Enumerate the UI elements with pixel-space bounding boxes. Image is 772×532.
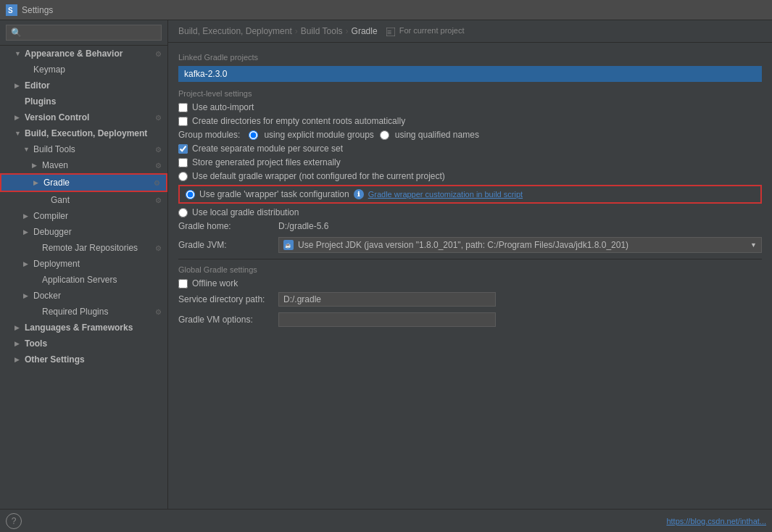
build-tools-badge: ⚙ [155,146,162,154]
help-button[interactable]: ? [6,513,22,529]
search-input[interactable] [6,25,162,41]
sidebar-item-deployment[interactable]: ▶ Deployment [0,256,167,272]
sidebar-item-other-settings[interactable]: ▶ Other Settings [0,352,167,367]
sidebar-item-keymap[interactable]: Keymap [0,62,167,78]
sidebar: ▼ Appearance & Behavior ⚙ Keymap ▶ Edito… [0,20,168,509]
gradle-default-wrapper-row: Use default gradle wrapper (not configur… [178,171,762,181]
create-separate-row: Create separate module per source set [178,144,762,154]
offline-work-row: Offline work [178,278,762,288]
sidebar-item-label: Version Control [25,112,89,122]
sidebar-item-label: Compiler [33,211,68,221]
sidebar-item-docker[interactable]: ▶ Docker [0,288,167,304]
breadcrumb-part1: Build, Execution, Deployment [178,26,292,36]
jdk-icon: ☕ [283,240,294,250]
arrow-icon: ▶ [23,228,30,236]
sidebar-item-required-plugins[interactable]: Required Plugins ⚙ [0,304,167,320]
breadcrumb-tag: ☰ For current project [386,26,465,36]
sidebar-item-tools[interactable]: ▶ Tools [0,336,167,352]
sidebar-item-label: Maven [42,160,68,170]
group-modules-explicit-label: using explicit module groups [264,130,373,140]
breadcrumb: Build, Execution, Deployment › Build Too… [168,20,772,43]
gant-badge: ⚙ [155,196,162,204]
gradle-local-radio[interactable] [178,208,188,217]
gradle-wrapper-link[interactable]: Gradle wrapper customization in build sc… [368,190,523,199]
svg-text:☕: ☕ [285,242,291,249]
group-modules-row: Group modules: using explicit module gro… [178,130,762,140]
sidebar-item-app-servers[interactable]: Application Servers [0,272,167,288]
sidebar-item-debugger[interactable]: ▶ Debugger [0,224,167,240]
service-dir-input[interactable] [278,292,496,307]
sidebar-item-label: Deployment [33,259,80,269]
sidebar-item-label: Appearance & Behavior [25,49,123,59]
gradle-home-row: Gradle home: D:/gradle-5.6 [178,221,762,231]
sidebar-item-remote-jar[interactable]: Remote Jar Repositories ⚙ [0,240,167,256]
gradle-wrapper-task-row: Use gradle 'wrapper' task configuration … [178,185,762,204]
sidebar-item-maven[interactable]: ▶ Maven ⚙ [0,157,167,173]
group-modules-explicit-radio[interactable] [249,130,258,140]
arrow-icon: ▼ [23,146,30,153]
gradle-default-wrapper-label: Use default gradle wrapper (not configur… [192,171,445,181]
sidebar-item-editor[interactable]: ▶ Editor [0,78,167,93]
group-modules-qualified-radio[interactable] [380,130,389,140]
gradle-jvm-dropdown[interactable]: ☕ Use Project JDK (java version "1.8.0_2… [278,237,762,253]
service-dir-row: Service directory path: [178,292,762,307]
sidebar-item-version-control[interactable]: ▶ Version Control ⚙ [0,109,167,125]
settings-content: Linked Gradle projects kafka-2.3.0 Proje… [168,43,772,340]
vcs-badge: ⚙ [155,114,162,122]
search-box[interactable] [0,20,167,46]
sidebar-item-build-tools[interactable]: ▼ Build Tools ⚙ [0,141,167,157]
breadcrumb-current: Gradle [352,26,378,36]
create-dirs-checkbox[interactable] [178,117,188,126]
sidebar-item-label: Tools [25,338,47,349]
breadcrumb-sep2: › [346,26,349,36]
gradle-wrapper-task-radio[interactable] [186,190,195,199]
app-icon: S [6,4,17,16]
arrow-icon: ▼ [14,50,22,57]
arrow-icon: ▶ [14,114,22,121]
content-area: Build, Execution, Deployment › Build Too… [168,20,772,509]
linked-projects-list: kafka-2.3.0 [178,66,762,82]
gradle-jvm-value: Use Project JDK (java version "1.8.0_201… [298,240,628,250]
sidebar-item-build-execution[interactable]: ▼ Build, Execution, Deployment [0,125,167,141]
gradle-default-wrapper-radio[interactable] [178,172,188,181]
sidebar-item-languages[interactable]: ▶ Languages & Frameworks [0,320,167,336]
auto-import-checkbox[interactable] [178,103,188,112]
store-generated-checkbox[interactable] [178,158,188,167]
gradle-vm-label: Gradle VM options: [178,315,273,325]
gradle-vm-input[interactable] [278,312,496,327]
sidebar-item-compiler[interactable]: ▶ Compiler [0,208,167,224]
info-icon[interactable]: ℹ [354,189,364,199]
window-title: Settings [22,5,53,15]
sidebar-item-plugins[interactable]: Plugins [0,93,167,109]
sidebar-item-appearance[interactable]: ▼ Appearance & Behavior ⚙ [0,46,167,62]
sidebar-item-label: Plugins [25,96,56,107]
sidebar-item-label: Build, Execution, Deployment [25,128,147,138]
sidebar-item-label: Gradle [43,178,70,188]
arrow-icon: ▶ [14,340,22,347]
arrow-icon: ▶ [23,212,30,220]
gradle-local-row: Use local gradle distribution [178,207,762,217]
main-layout: ▼ Appearance & Behavior ⚙ Keymap ▶ Edito… [0,20,772,509]
url-bar[interactable]: https://blog.csdn.net/inthat... [666,517,766,525]
remote-jar-badge: ⚙ [155,244,162,252]
project-level-label: Project-level settings [178,89,762,98]
offline-work-label: Offline work [192,278,238,288]
offline-work-checkbox[interactable] [178,279,188,288]
service-dir-label: Service directory path: [178,294,273,304]
sidebar-item-gant[interactable]: Gant ⚙ [0,192,167,208]
arrow-icon: ▼ [14,130,22,137]
store-generated-label: Store generated project files externally [192,157,341,167]
gradle-home-value: D:/gradle-5.6 [278,221,328,231]
gradle-wrapper-task-label: Use gradle 'wrapper' task configuration [199,189,349,199]
gradle-vm-row: Gradle VM options: [178,312,762,327]
sidebar-item-label: Debugger [33,227,72,237]
auto-import-label: Use auto-import [192,102,254,112]
sidebar-item-gradle[interactable]: ▶ Gradle ⚙ [0,173,167,192]
arrow-icon: ▶ [23,292,30,299]
group-modules-label: Group modules: [178,130,240,140]
create-separate-checkbox[interactable] [178,144,188,154]
titlebar: S Settings [0,0,772,20]
project-item[interactable]: kafka-2.3.0 [178,66,762,82]
dropdown-arrow-icon: ▼ [750,241,757,249]
global-gradle-label: Global Gradle settings [178,265,762,274]
